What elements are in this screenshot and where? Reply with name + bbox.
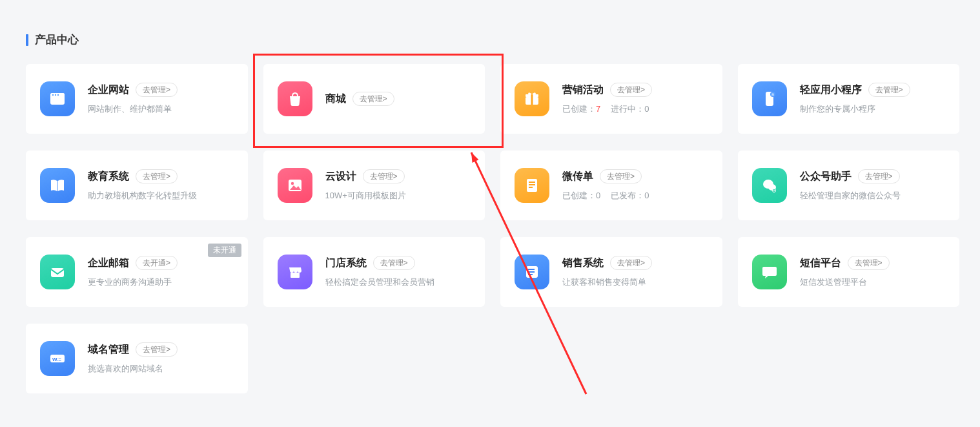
product-card-wechat[interactable]: 公众号助手去管理>轻松管理自家的微信公众号 — [738, 151, 960, 220]
chat-icon — [752, 255, 787, 289]
card-description: 制作您的专属小程序 — [800, 103, 946, 115]
svg-point-3 — [55, 94, 56, 96]
svg-rect-19 — [51, 268, 64, 277]
manage-button[interactable]: 去管理> — [848, 256, 890, 270]
card-title: 销售系统 — [562, 256, 604, 270]
stat-item: 进行中：0 — [611, 103, 649, 115]
card-description: 让获客和销售变得简单 — [562, 276, 708, 288]
manage-button[interactable]: 去管理> — [136, 342, 178, 357]
card-title: 营销活动 — [562, 83, 604, 97]
section-title: 产品中心 — [26, 32, 959, 47]
window-icon — [40, 81, 75, 116]
wechat-icon — [752, 168, 787, 203]
list-icon — [515, 255, 549, 289]
card-description: 助力教培机构数字化转型升级 — [88, 190, 234, 202]
card-title: 公众号助手 — [800, 170, 852, 183]
image-icon — [278, 168, 312, 203]
card-description: 轻松管理自家的微信公众号 — [800, 190, 946, 202]
product-card-sales[interactable]: 销售系统去管理>让获客和销售变得简单 — [500, 237, 722, 307]
card-description: 网站制作、维护都简单 — [88, 103, 234, 115]
svg-rect-23 — [528, 271, 535, 273]
product-card-edu[interactable]: 教育系统去管理>助力教培机构数字化转型升级 — [26, 151, 248, 220]
card-title: 微传单 — [562, 170, 593, 183]
svg-point-9 — [770, 92, 775, 97]
title-accent-bar — [26, 34, 28, 46]
poster-icon — [515, 168, 549, 203]
card-title: 企业网站 — [88, 83, 129, 97]
svg-point-4 — [57, 94, 59, 96]
manage-button[interactable]: 去管理> — [868, 83, 910, 97]
manage-button[interactable]: 去管理> — [373, 256, 415, 270]
card-title: 商城 — [325, 92, 346, 106]
card-description: 轻松搞定会员管理和会员营销 — [325, 276, 471, 288]
svg-rect-13 — [529, 182, 535, 183]
card-title: 门店系统 — [325, 256, 367, 270]
svg-text:W.=: W.= — [52, 357, 61, 362]
card-title: 教育系统 — [88, 170, 129, 183]
svg-rect-22 — [528, 269, 535, 270]
stat-item: 已创建：0 — [562, 190, 600, 202]
svg-rect-20 — [291, 273, 300, 278]
svg-rect-24 — [528, 274, 533, 275]
card-body: 云设计去管理>10W+可商用模板图片 — [325, 169, 471, 202]
card-body: 企业网站去管理>网站制作、维护都简单 — [88, 83, 234, 115]
card-description: 10W+可商用模板图片 — [325, 190, 471, 202]
manage-button[interactable]: 去开通> — [136, 256, 178, 270]
product-card-store[interactable]: 门店系统去管理>轻松搞定会员管理和会员营销 — [263, 237, 485, 307]
card-body: 销售系统去管理>让获客和销售变得简单 — [562, 256, 708, 288]
card-title: 轻应用小程序 — [800, 83, 862, 97]
domain-icon: W.= — [40, 341, 75, 376]
book-icon — [40, 168, 75, 203]
manage-button[interactable]: 去管理> — [600, 169, 642, 183]
product-card-shop[interactable]: 商城去管理> — [263, 64, 485, 134]
bag-icon — [278, 81, 312, 116]
product-card-mail[interactable]: 未开通企业邮箱去开通>更专业的商务沟通助手 — [26, 237, 248, 307]
card-title: 域名管理 — [88, 343, 129, 357]
card-body: 门店系统去管理>轻松搞定会员管理和会员营销 — [325, 256, 471, 288]
mail-icon — [40, 255, 75, 289]
svg-point-11 — [291, 182, 293, 185]
card-title: 企业邮箱 — [88, 256, 129, 270]
svg-rect-7 — [531, 94, 533, 105]
svg-rect-14 — [529, 184, 535, 185]
card-body: 教育系统去管理>助力教培机构数字化转型升级 — [88, 169, 234, 202]
manage-button[interactable]: 去管理> — [610, 256, 652, 270]
stat-item: 已创建：7 — [562, 103, 600, 115]
card-title: 云设计 — [325, 170, 356, 183]
manage-button[interactable]: 去管理> — [136, 83, 178, 97]
product-card-miniapp[interactable]: 轻应用小程序去管理>制作您的专属小程序 — [738, 64, 960, 134]
manage-button[interactable]: 去管理> — [610, 83, 652, 97]
product-card-design[interactable]: 云设计去管理>10W+可商用模板图片 — [263, 151, 485, 220]
product-card-marketing[interactable]: 营销活动去管理>已创建：7进行中：0 — [500, 64, 722, 134]
status-badge: 未开通 — [208, 244, 241, 257]
card-stats: 已创建：7进行中：0 — [562, 103, 708, 115]
stat-item: 已发布：0 — [611, 190, 649, 202]
card-stats: 已创建：0已发布：0 — [562, 190, 708, 202]
gift-icon — [515, 81, 549, 116]
card-body: 短信平台去管理>短信发送管理平台 — [800, 256, 946, 288]
manage-button[interactable]: 去管理> — [363, 169, 405, 183]
manage-button[interactable]: 去管理> — [136, 169, 178, 183]
card-body: 微传单去管理>已创建：0已发布：0 — [562, 169, 708, 202]
svg-rect-15 — [529, 187, 533, 188]
store-icon — [278, 255, 312, 289]
product-card-sms[interactable]: 短信平台去管理>短信发送管理平台 — [738, 237, 960, 307]
card-body: 商城去管理> — [325, 92, 471, 106]
card-description: 挑选喜欢的网站域名 — [88, 363, 234, 375]
section-title-text: 产品中心 — [35, 32, 79, 47]
product-card-flyer[interactable]: 微传单去管理>已创建：0已发布：0 — [500, 151, 722, 220]
card-body: 营销活动去管理>已创建：7进行中：0 — [562, 83, 708, 115]
card-body: 域名管理去管理>挑选喜欢的网站域名 — [88, 342, 234, 375]
manage-button[interactable]: 去管理> — [858, 169, 900, 183]
card-description: 短信发送管理平台 — [800, 276, 946, 288]
card-body: 轻应用小程序去管理>制作您的专属小程序 — [800, 83, 946, 115]
card-title: 短信平台 — [800, 256, 841, 270]
manage-button[interactable]: 去管理> — [352, 92, 394, 106]
phone-icon — [752, 81, 787, 116]
card-body: 企业邮箱去开通>更专业的商务沟通助手 — [88, 256, 234, 288]
card-body: 公众号助手去管理>轻松管理自家的微信公众号 — [800, 169, 946, 202]
card-description: 更专业的商务沟通助手 — [88, 276, 234, 288]
svg-point-2 — [52, 94, 54, 96]
product-card-domain[interactable]: W.=域名管理去管理>挑选喜欢的网站域名 — [26, 324, 248, 393]
product-card-website[interactable]: 企业网站去管理>网站制作、维护都简单 — [26, 64, 248, 134]
